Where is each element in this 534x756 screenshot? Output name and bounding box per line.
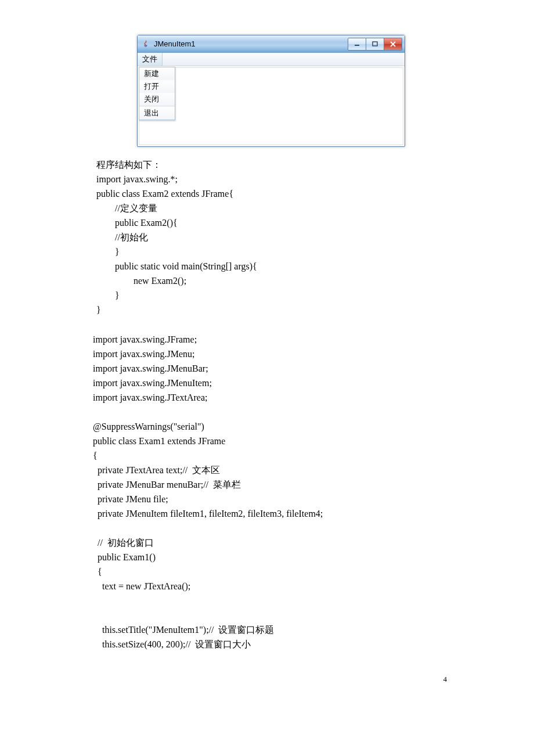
titlebar: JMenuItem1 <box>138 35 405 53</box>
minimize-button[interactable] <box>348 38 366 51</box>
code-block: import javax.swing.JFrame; import javax.… <box>93 332 439 651</box>
menu-file[interactable]: 文件 <box>138 53 163 66</box>
text-line: import javax.swing.*; <box>96 172 439 186</box>
text-line: 程序结构如下： <box>96 157 439 172</box>
file-dropdown: 新建 打开 关闭 退出 <box>139 67 175 120</box>
menu-item-new[interactable]: 新建 <box>139 67 175 80</box>
text-line: //定义变量 <box>96 201 439 215</box>
close-button[interactable] <box>384 38 402 51</box>
text-line: } <box>96 303 439 317</box>
description-block: 程序结构如下： import javax.swing.*; public cla… <box>96 157 439 317</box>
menu-item-close[interactable]: 关闭 <box>139 93 175 106</box>
text-line: public class Exam2 extends JFrame{ <box>96 186 439 201</box>
text-line: //初始化 <box>96 230 439 244</box>
menubar: 文件 <box>138 53 405 66</box>
maximize-button[interactable] <box>366 38 384 51</box>
window-title: JMenuItem1 <box>154 39 348 48</box>
text-area[interactable]: 新建 打开 关闭 退出 <box>139 67 403 145</box>
text-line: } <box>96 288 439 303</box>
swing-window: JMenuItem1 文件 <box>137 35 405 147</box>
svg-rect-1 <box>373 42 377 46</box>
text-line: } <box>96 244 439 259</box>
menu-item-exit[interactable]: 退出 <box>139 107 175 120</box>
window-buttons <box>348 38 402 49</box>
text-line: new Exam2(); <box>96 273 439 288</box>
java-icon <box>141 39 150 49</box>
text-line: public Exam2(){ <box>96 215 439 230</box>
menu-item-open[interactable]: 打开 <box>139 80 175 93</box>
page-number: 4 <box>0 675 534 684</box>
text-line: public static void main(String[] args){ <box>96 259 439 273</box>
